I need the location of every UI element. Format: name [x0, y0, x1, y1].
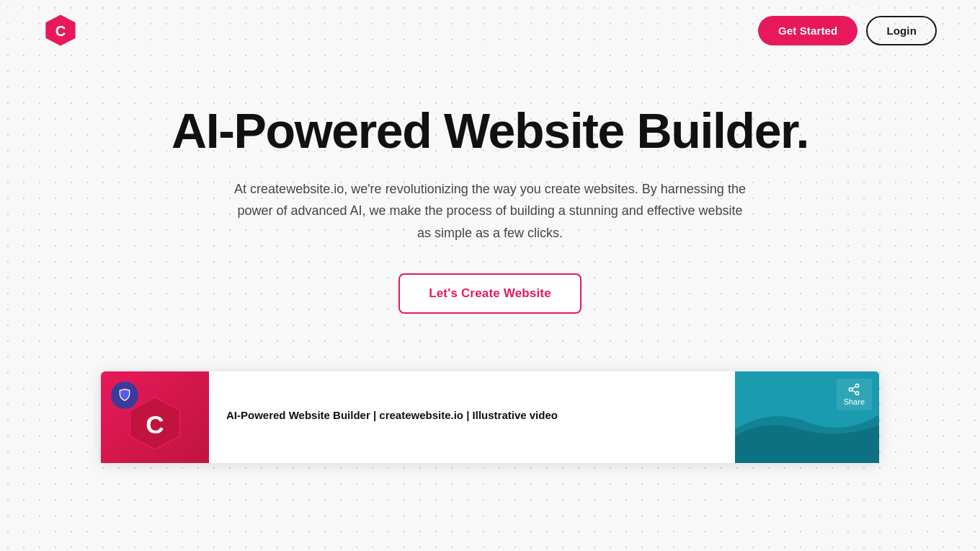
video-section: C AI-Powered Website Builder | createweb… [0, 343, 980, 463]
logo-icon: C [43, 13, 78, 48]
login-button[interactable]: Login [866, 16, 937, 45]
video-right-area: Share [735, 371, 879, 463]
navbar: C Get Started Login [0, 0, 980, 61]
video-info: AI-Powered Website Builder | createwebsi… [209, 371, 735, 463]
svg-line-8 [852, 390, 856, 392]
nav-buttons: Get Started Login [758, 16, 937, 45]
share-icon [847, 383, 860, 396]
hero-section: AI-Powered Website Builder. At createweb… [0, 61, 980, 343]
cta-button[interactable]: Let's Create Website [398, 273, 582, 314]
channel-icon [111, 382, 138, 409]
video-embed[interactable]: C AI-Powered Website Builder | createweb… [101, 371, 879, 463]
svg-point-5 [856, 384, 860, 387]
svg-point-7 [856, 392, 860, 395]
hero-title: AI-Powered Website Builder. [172, 104, 808, 158]
video-title: AI-Powered Website Builder | createwebsi… [226, 409, 718, 421]
hero-subtitle: At createwebsite.io, we're revolutionizi… [231, 178, 749, 244]
share-button[interactable]: Share [837, 379, 872, 410]
video-thumbnail-left: C [101, 371, 209, 463]
svg-text:C: C [146, 410, 164, 438]
get-started-button[interactable]: Get Started [758, 16, 858, 45]
logo: C [43, 13, 78, 48]
svg-point-6 [850, 387, 853, 391]
svg-line-9 [852, 386, 856, 388]
svg-text:C: C [55, 23, 66, 39]
share-label: Share [844, 397, 865, 406]
